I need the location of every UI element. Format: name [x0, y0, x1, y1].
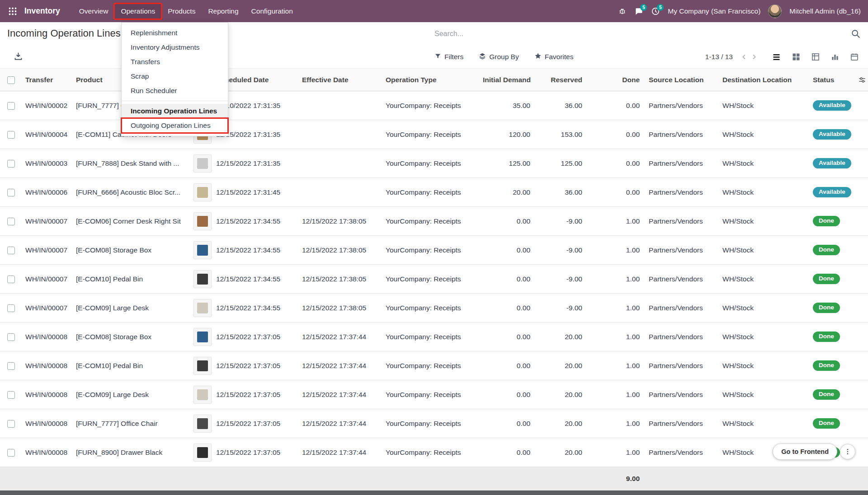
transfer-cell: WH/IN/00007: [22, 294, 72, 322]
product-cell: [FURN_7888] Desk Stand with ...: [72, 149, 192, 178]
table-row[interactable]: WH/IN/00007[E-COM08] Storage Box12/15/20…: [0, 236, 868, 265]
row-checkbox[interactable]: [7, 449, 15, 457]
menu-operations[interactable]: Operations: [114, 4, 161, 19]
product-image-cell: [192, 149, 212, 178]
product-cell: [FURN_7777] Office Chair: [72, 409, 192, 438]
filters-button[interactable]: Filters: [434, 53, 463, 61]
menu-item-inventory-adjustments[interactable]: Inventory Adjustments: [122, 40, 228, 55]
search-input[interactable]: [434, 30, 850, 38]
product-thumbnail-art: [197, 274, 208, 285]
menu-item-incoming-operation-lines[interactable]: Incoming Operation Lines: [122, 104, 228, 118]
initial-demand-cell: 125.00: [479, 149, 536, 178]
col-status[interactable]: Status: [809, 69, 854, 91]
graph-view-icon[interactable]: [830, 51, 840, 62]
pivot-view-icon[interactable]: [810, 51, 821, 62]
status-badge: Done: [813, 332, 840, 342]
effective-date-cell: 12/15/2022 17:38:05: [298, 236, 382, 265]
user-avatar[interactable]: [768, 5, 782, 18]
table-row[interactable]: WH/IN/00008[E-COM10] Pedal Bin12/15/2022…: [0, 351, 868, 380]
menu-configuration[interactable]: Configuration: [245, 4, 299, 19]
scheduled-date-cell: 12/15/2022 17:34:55: [212, 236, 298, 265]
menu-overview[interactable]: Overview: [73, 4, 115, 19]
product-image-cell: [192, 178, 212, 207]
export-download-icon[interactable]: [14, 51, 23, 61]
table-row[interactable]: WH/IN/00007[E-COM06] Corner Desk Right S…: [0, 207, 868, 236]
status-badge: Available: [813, 100, 851, 111]
group-by-button[interactable]: Group By: [479, 52, 519, 61]
table-row[interactable]: WH/IN/00008[E-COM08] Storage Box12/15/20…: [0, 322, 868, 351]
search-icon[interactable]: [850, 28, 862, 40]
transfer-cell: WH/IN/00007: [22, 236, 72, 265]
menu-item-run-scheduler[interactable]: Run Scheduler: [122, 84, 228, 98]
go-to-frontend-button[interactable]: Go to Frontend: [773, 444, 837, 460]
page-title: Incoming Operation Lines: [7, 28, 121, 39]
row-checkbox[interactable]: [7, 247, 15, 254]
row-checkbox[interactable]: [7, 391, 15, 399]
favorites-button[interactable]: Favorites: [534, 52, 574, 61]
operation-type-cell: YourCompany: Receipts: [382, 409, 479, 438]
menu-item-transfers[interactable]: Transfers: [122, 55, 228, 69]
table-row[interactable]: WH/IN/00008[FURN_8900] Drawer Black12/15…: [0, 438, 868, 467]
menu-reporting[interactable]: Reporting: [202, 4, 245, 19]
user-menu[interactable]: Mitchell Admin (db_16): [789, 7, 861, 15]
table-row[interactable]: WH/IN/00008[E-COM09] Large Desk12/15/202…: [0, 380, 868, 409]
row-checkbox[interactable]: [7, 131, 15, 139]
kanban-view-icon[interactable]: [791, 51, 802, 62]
col-done[interactable]: Done: [588, 69, 645, 91]
col-transfer[interactable]: Transfer: [22, 69, 72, 91]
apps-grid-icon[interactable]: [6, 5, 19, 18]
menu-item-replenishment[interactable]: Replenishment: [122, 26, 228, 40]
row-end-spacer: [854, 380, 868, 409]
activities-clock-icon[interactable]: 5: [651, 7, 660, 16]
col-effective-date[interactable]: Effective Date: [298, 69, 382, 91]
row-checkbox[interactable]: [7, 189, 15, 196]
row-checkbox[interactable]: [7, 333, 15, 341]
debug-bug-icon[interactable]: [618, 7, 627, 15]
menu-item-scrap[interactable]: Scrap: [122, 69, 228, 84]
row-checkbox[interactable]: [7, 362, 15, 370]
table-row[interactable]: WH/IN/00008[FURN_7777] Office Chair12/15…: [0, 409, 868, 438]
reserved-cell: 20.00: [536, 409, 588, 438]
company-switcher[interactable]: My Company (San Francisco): [668, 7, 760, 15]
menu-products[interactable]: Products: [161, 4, 202, 19]
column-options-sliders-icon[interactable]: [858, 76, 866, 84]
done-cell: 1.00: [588, 294, 645, 322]
operation-type-cell: YourCompany: Receipts: [382, 207, 479, 236]
col-reserved[interactable]: Reserved: [536, 69, 588, 91]
row-checkbox[interactable]: [7, 218, 15, 225]
effective-date-cell: 12/15/2022 17:38:05: [298, 265, 382, 294]
status-cell: Done: [809, 409, 854, 438]
status-cell: Done: [809, 322, 854, 351]
row-checkbox[interactable]: [7, 304, 15, 312]
row-checkbox[interactable]: [7, 420, 15, 428]
col-initial-demand[interactable]: Initial Demand: [479, 69, 536, 91]
more-options-ellipsis-icon[interactable]: [840, 444, 855, 459]
status-cell: Available: [809, 149, 854, 178]
app-title[interactable]: Inventory: [24, 6, 60, 16]
row-checkbox[interactable]: [7, 276, 15, 283]
product-image-cell: [192, 438, 212, 467]
calendar-view-icon[interactable]: [849, 51, 860, 62]
menu-item-outgoing-operation-lines[interactable]: Outgoing Operation Lines: [122, 118, 228, 133]
list-view-icon[interactable]: [771, 51, 782, 63]
col-operation-type[interactable]: Operation Type: [382, 69, 479, 91]
product-image-cell: [192, 207, 212, 236]
pager-next-icon[interactable]: [749, 52, 759, 62]
table-row[interactable]: WH/IN/00003[FURN_7888] Desk Stand with .…: [0, 149, 868, 178]
messages-icon[interactable]: 5: [634, 7, 643, 16]
table-row[interactable]: WH/IN/00007[E-COM09] Large Desk12/15/202…: [0, 294, 868, 322]
select-all-checkbox[interactable]: [7, 76, 15, 84]
destination-location-cell: WH/Stock: [719, 236, 809, 265]
table-row[interactable]: WH/IN/00006[FURN_6666] Acoustic Bloc Scr…: [0, 178, 868, 207]
source-location-cell: Partners/Vendors: [645, 351, 719, 380]
row-checkbox[interactable]: [7, 160, 15, 168]
col-source-location[interactable]: Source Location: [645, 69, 719, 91]
row-checkbox[interactable]: [7, 102, 15, 110]
row-select-cell: [0, 91, 22, 120]
reserved-cell: 36.00: [536, 91, 588, 120]
col-destination-location[interactable]: Destination Location: [719, 69, 809, 91]
initial-demand-cell: 20.00: [479, 178, 536, 207]
table-row[interactable]: WH/IN/00007[E-COM10] Pedal Bin12/15/2022…: [0, 265, 868, 294]
pager-previous-icon[interactable]: [739, 52, 749, 62]
product-cell: [E-COM10] Pedal Bin: [72, 351, 192, 380]
